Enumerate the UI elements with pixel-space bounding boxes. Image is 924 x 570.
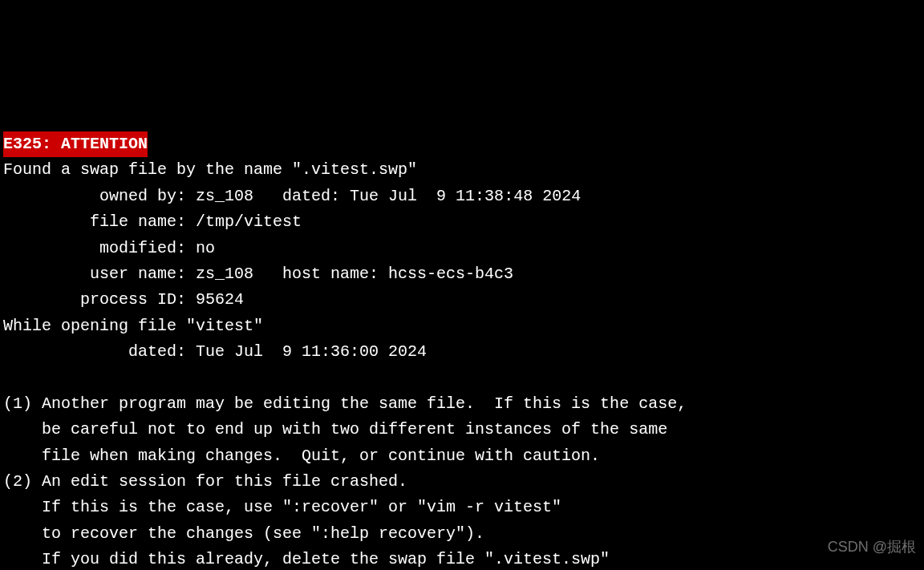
opening-dated-value: Tue Jul 9 11:36:00 2024 xyxy=(196,342,427,361)
pid-value: 95624 xyxy=(196,290,244,309)
pid-label: process ID: xyxy=(3,290,196,309)
modified-label: modified: xyxy=(3,239,196,257)
file-name-label: file name: xyxy=(3,212,196,231)
file-name-value: /tmp/vitest xyxy=(196,212,302,231)
dated-label: dated: xyxy=(253,187,350,205)
user-name-value: zs_108 xyxy=(196,265,253,283)
owned-by-value: zs_108 xyxy=(196,187,253,205)
warning-line-3: file when making changes. Quit, or conti… xyxy=(3,447,600,465)
dated-value: Tue Jul 9 11:38:48 2024 xyxy=(350,187,581,205)
warning-line-5: If this is the case, use ":recover" or "… xyxy=(3,498,561,516)
opening-file-line: While opening file "vitest" xyxy=(3,317,263,335)
modified-value: no xyxy=(196,239,215,257)
terminal-output: E325: ATTENTION Found a swap file by the… xyxy=(0,104,924,570)
warning-line-6: to recover the changes (see ":help recov… xyxy=(3,524,484,543)
warning-line-1: (1) Another program may be editing the s… xyxy=(3,394,687,413)
watermark-text: CSDN @掘根 xyxy=(828,536,916,559)
host-value: hcss-ecs-b4c3 xyxy=(388,265,513,283)
swap-found-line: Found a swap file by the name ".vitest.s… xyxy=(3,160,417,179)
warning-line-4: (2) An edit session for this file crashe… xyxy=(3,472,407,491)
opening-dated-label: dated: xyxy=(3,342,196,361)
warning-line-7: If you did this already, delete the swap… xyxy=(3,550,610,568)
user-name-label: user name: xyxy=(3,265,196,283)
owned-by-label: owned by: xyxy=(3,187,196,205)
warning-line-2: be careful not to end up with two differ… xyxy=(3,420,667,439)
host-label: host name: xyxy=(253,265,388,283)
error-header: E325: ATTENTION xyxy=(3,131,148,157)
